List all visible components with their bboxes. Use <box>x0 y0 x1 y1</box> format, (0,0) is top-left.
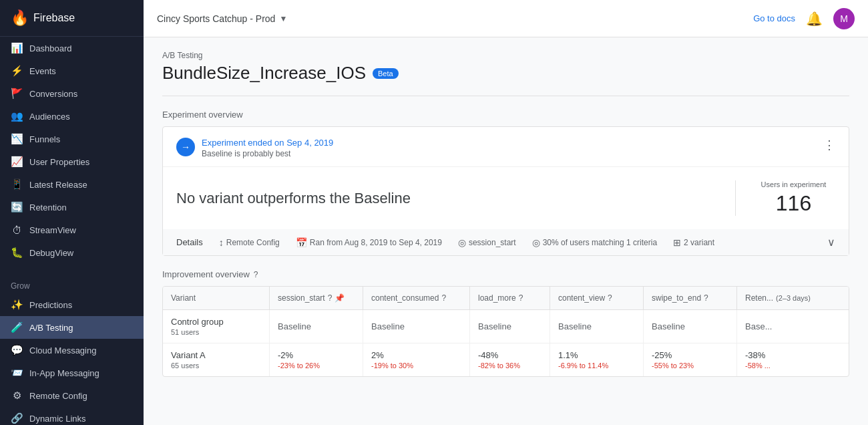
sidebar-title: Firebase <box>33 12 75 24</box>
in-app-messaging-icon: 📨 <box>11 367 23 379</box>
sidebar-header: 🔥 Firebase <box>0 0 144 37</box>
td-varianta-load-more: -48% -82% to 36% <box>470 343 550 376</box>
th-swipe-help-icon[interactable]: ? <box>704 293 708 303</box>
sidebar-item-user-properties[interactable]: 📈User Properties <box>0 150 144 173</box>
status-text-sub: Baseline is probably best <box>202 149 333 158</box>
meta-date-range-text: Ran from Aug 8, 2019 to Sep 4, 2019 <box>310 238 442 247</box>
retention-icon: 🔄 <box>11 201 23 213</box>
th-session-pin-icon: 📌 <box>335 293 345 303</box>
sidebar-item-debugview[interactable]: 🐛DebugView <box>0 241 144 264</box>
go-to-docs-link[interactable]: Go to docs <box>753 13 795 23</box>
table-row-variant-a: Variant A 65 users -2% -23% to 26% 2% -1… <box>163 343 849 376</box>
content-area: A/B Testing BundleSize_Increase_IOS Beta… <box>144 37 868 425</box>
sidebar-item-latest-release[interactable]: 📱Latest Release <box>0 173 144 196</box>
dashboard-icon: 📊 <box>11 42 23 54</box>
th-content-consumed-help-icon[interactable]: ? <box>441 293 446 303</box>
beta-badge: Beta <box>373 68 399 79</box>
notification-icon[interactable]: 🔔 <box>806 11 823 27</box>
sidebar-item-dashboard[interactable]: 📊Dashboard <box>0 37 144 59</box>
varianta-content-consumed-value: 2% <box>371 350 461 360</box>
sidebar: 🔥 Firebase 📊Dashboard⚡Events🚩Conversions… <box>0 0 144 425</box>
th-session-help-icon[interactable]: ? <box>328 293 333 303</box>
cloud-messaging-icon: 💬 <box>11 344 23 356</box>
more-options-icon[interactable]: ⋮ <box>823 138 835 152</box>
control-session-baseline: Baseline <box>278 321 355 331</box>
th-content-consumed: content_consumed ? <box>363 287 470 309</box>
varianta-users: 65 users <box>171 362 261 370</box>
sidebar-label-latest-release: Latest Release <box>29 180 87 190</box>
th-content-view-help-icon[interactable]: ? <box>608 293 612 303</box>
audiences-icon: 👥 <box>11 110 23 122</box>
calendar-icon: 📅 <box>296 237 307 248</box>
sidebar-label-predictions: Predictions <box>29 300 72 310</box>
sidebar-item-remote-config[interactable]: ⚙Remote Config <box>0 384 144 407</box>
sidebar-label-audiences: Audiences <box>29 112 70 122</box>
sidebar-item-retention[interactable]: 🔄Retention <box>0 196 144 219</box>
td-control-retention: Base... <box>737 310 824 343</box>
th-session-start: session_start ? 📌 <box>270 287 363 309</box>
td-varianta-session: -2% -23% to 26% <box>270 343 363 376</box>
td-control-content-view: Baseline <box>550 310 644 343</box>
th-load-more: load_more ? <box>470 287 550 309</box>
sidebar-item-dynamic-links[interactable]: 🔗Dynamic Links <box>0 407 144 425</box>
sidebar-item-audiences[interactable]: 👥Audiences <box>0 105 144 128</box>
sidebar-item-predictions[interactable]: ✨Predictions <box>0 293 144 316</box>
sidebar-label-retention: Retention <box>29 202 67 212</box>
title-divider <box>162 96 849 96</box>
streamview-icon: ⏱ <box>11 224 23 236</box>
td-varianta-variant: Variant A 65 users <box>163 343 270 376</box>
users-box: Users in experiment 116 <box>735 180 835 216</box>
experiment-body: No variant outperforms the Baseline User… <box>163 167 849 229</box>
sidebar-item-in-app-messaging[interactable]: 📨In-App Messaging <box>0 362 144 384</box>
avatar[interactable]: M <box>833 8 855 29</box>
funnels-icon: 📉 <box>11 133 23 145</box>
dynamic-links-icon: 🔗 <box>11 412 23 424</box>
varianta-load-more-range: -82% to 36% <box>478 362 541 370</box>
control-content-view-baseline: Baseline <box>558 321 635 331</box>
experiment-status: → Experiment ended on Sep 4, 2019 Baseli… <box>176 138 333 158</box>
control-load-more-baseline: Baseline <box>478 321 541 331</box>
session-icon: ◎ <box>458 237 466 248</box>
td-control-load-more: Baseline <box>470 310 550 343</box>
expand-icon[interactable]: ∨ <box>827 236 835 249</box>
td-control-variant: Control group 51 users <box>163 310 270 343</box>
th-retention: Reten...(2–3 days) <box>737 287 824 309</box>
firebase-logo-icon: 🔥 <box>11 9 28 27</box>
details-label: Details <box>176 237 203 247</box>
sidebar-label-streamview: StreamView <box>29 225 76 235</box>
th-swipe-to-end: swipe_to_end ? <box>644 287 737 309</box>
td-varianta-swipe: -25% -55% to 23% <box>644 343 737 376</box>
sidebar-item-conversions[interactable]: 🚩Conversions <box>0 82 144 105</box>
th-load-more-help-icon[interactable]: ? <box>519 293 523 303</box>
varianta-load-more-value: -48% <box>478 350 541 360</box>
varianta-content-view-value: 1.1% <box>558 350 635 360</box>
varianta-session-value: -2% <box>278 350 355 360</box>
sidebar-label-cloud-messaging: Cloud Messaging <box>29 345 96 356</box>
sidebar-item-streamview[interactable]: ⏱StreamView <box>0 219 144 241</box>
improvement-help-icon[interactable]: ? <box>254 270 258 279</box>
topbar: Cincy Sports Catchup - Prod ▼ Go to docs… <box>144 0 868 37</box>
experiment-card: → Experiment ended on Sep 4, 2019 Baseli… <box>162 126 849 256</box>
status-icon: → <box>176 138 195 156</box>
criteria-icon: ◎ <box>532 237 540 248</box>
control-variant-name: Control group <box>171 317 261 327</box>
predictions-icon: ✨ <box>11 299 23 311</box>
td-control-content-consumed: Baseline <box>363 310 470 343</box>
user-properties-icon: 📈 <box>11 156 23 168</box>
experiment-footer: Details ↕ Remote Config 📅 Ran from Aug 8… <box>163 229 849 255</box>
sidebar-label-events: Events <box>29 66 56 76</box>
table-row-control: Control group 51 users Baseline Baseline… <box>163 310 849 343</box>
sidebar-item-cloud-messaging[interactable]: 💬Cloud Messaging <box>0 339 144 362</box>
sidebar-item-funnels[interactable]: 📉Funnels <box>0 128 144 150</box>
sidebar-item-ab-testing[interactable]: 🧪A/B Testing <box>0 316 144 339</box>
varianta-retention-range: -58% ... <box>745 362 816 370</box>
project-dropdown-icon[interactable]: ▼ <box>279 14 287 23</box>
breadcrumb: A/B Testing <box>162 51 849 60</box>
sidebar-label-debugview: DebugView <box>29 248 73 258</box>
sidebar-item-events[interactable]: ⚡Events <box>0 59 144 82</box>
no-variant-text: No variant outperforms the Baseline <box>176 190 411 207</box>
ab-testing-icon: 🧪 <box>11 321 23 333</box>
remote-config-icon: ⚙ <box>11 390 23 402</box>
meta-criteria: ◎ 30% of users matching 1 criteria <box>532 237 657 248</box>
status-text: Experiment ended on Sep 4, 2019 Baseline… <box>202 138 333 158</box>
